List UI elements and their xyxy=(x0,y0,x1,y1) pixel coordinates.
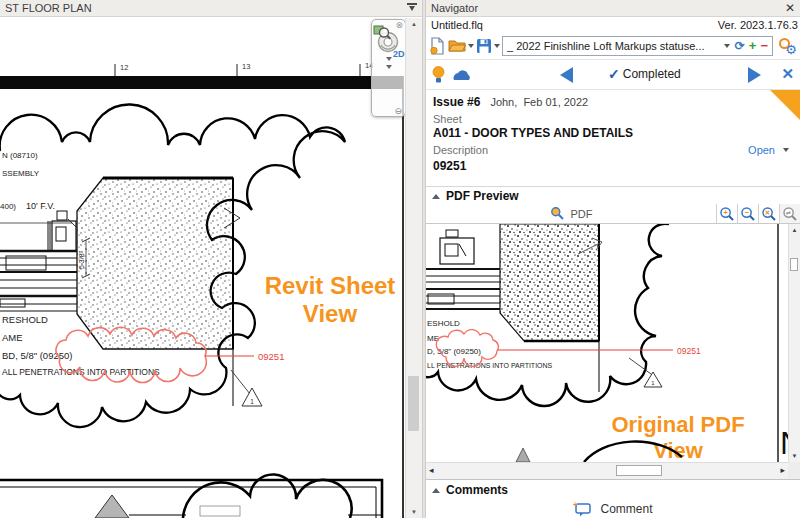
pdf-note-threshold: ESHOLD xyxy=(427,319,460,328)
status-open-link[interactable]: Open xyxy=(748,144,775,156)
view-menu-icon[interactable] xyxy=(407,3,417,14)
note-vert-dim: 5 3/8" xyxy=(78,250,85,269)
add-icon[interactable]: + xyxy=(749,38,757,53)
markup-id[interactable]: 09251 xyxy=(258,351,284,362)
wheel-dropdown-icon[interactable] xyxy=(386,57,392,64)
comments-header[interactable]: Comments xyxy=(426,479,800,500)
pdf-search-box[interactable]: PDF xyxy=(426,204,717,223)
left-pane-title: ST FLOOR PLAN xyxy=(5,2,92,14)
refresh-icon[interactable]: ⟳ xyxy=(735,39,745,53)
navigator-close-icon[interactable]: ✕ xyxy=(785,2,795,14)
status-dropdown-icon[interactable] xyxy=(783,148,789,155)
navigation-bar[interactable]: ⊗ 2D ⊖ xyxy=(371,19,406,117)
file-name: Untitled.flq xyxy=(431,19,483,31)
revit-drawing: 12 13 14 xyxy=(0,18,406,518)
combo-dropdown-icon[interactable] xyxy=(724,44,730,51)
note-gyp: BD, 5/8" (09250) xyxy=(2,350,72,361)
check-icon: ✓ xyxy=(608,66,620,82)
markup-set-value: _ 2022 Finishline Loft Markups statuse..… xyxy=(507,40,724,52)
pdf-preview-title: PDF Preview xyxy=(446,189,519,203)
overlay-label-revit-2: View xyxy=(303,300,358,327)
pdf-note-penetrations: LL PENETRATIONS INTO PARTITIONS xyxy=(427,362,553,369)
zoom-region-icon[interactable] xyxy=(372,22,392,42)
settings-gear-icon[interactable]: ⚙ xyxy=(778,37,797,55)
tick-label-13: 13 xyxy=(242,62,250,71)
issue-corner-flag xyxy=(770,90,800,120)
comment-button-label[interactable]: Comment xyxy=(600,502,652,516)
cloud-icon[interactable] xyxy=(452,69,471,81)
scroll-up-icon[interactable]: ▲ xyxy=(406,21,422,27)
lightbulb-icon[interactable] xyxy=(432,66,445,84)
save-icon[interactable] xyxy=(476,38,492,54)
zoom-out-button[interactable]: − xyxy=(738,204,759,223)
pdf-canvas[interactable]: ESHOLD ME D, 5/8" (09250) LL PENETRATION… xyxy=(426,224,788,462)
search-icon xyxy=(550,206,565,221)
tick-label-12: 12 xyxy=(120,63,128,72)
zoom-in-button[interactable]: + xyxy=(717,204,738,223)
previous-issue-button[interactable] xyxy=(560,67,573,83)
pdf-markup-id[interactable]: 09251 xyxy=(677,346,701,356)
status-row: ✓ Completed ✕ xyxy=(426,60,800,90)
pdf-vscrollbar[interactable]: ▲ ▼ xyxy=(788,224,800,462)
markup-set-combo[interactable]: _ 2022 Finishline Loft Markups statuse..… xyxy=(502,36,773,56)
zoom-100-button[interactable]: ⇄ xyxy=(780,204,800,223)
comment-bubble-icon[interactable]: + xyxy=(573,501,592,517)
ruler-ticks xyxy=(115,64,360,76)
navigator-toolbar: _ 2022 Finishline Loft Markups statuse..… xyxy=(426,32,800,60)
zoom-in-glyph: + xyxy=(723,208,728,217)
collapse-comments-icon[interactable] xyxy=(432,484,440,493)
issue-id: Issue #6 xyxy=(433,95,480,109)
description-value: 09251 xyxy=(433,159,793,173)
pdf-hscrollbar[interactable]: ◂ ▸ xyxy=(426,462,788,479)
pdf-search-label: PDF xyxy=(571,208,593,220)
note-spec: N (08710) xyxy=(2,151,38,160)
revit-drawing-canvas[interactable]: 12 13 14 xyxy=(0,18,422,518)
file-row: Untitled.flq Ver. 2023.1.76.3 xyxy=(426,17,800,32)
revision-tag-number: 1 xyxy=(250,398,254,405)
pdf-floor-assembly xyxy=(426,230,500,309)
left-pane-titlebar: ST FLOOR PLAN xyxy=(0,0,422,17)
pdf-scroll-left-icon[interactable]: ◂ xyxy=(429,465,434,475)
revit-sheet-pane: ST FLOOR PLAN 12 13 14 xyxy=(0,0,422,518)
note-fv: 10' F.V. xyxy=(26,201,55,211)
pdf-note-gyp: D, 5/8" (09250) xyxy=(427,347,481,356)
note-threshold: RESHOLD xyxy=(2,314,48,325)
issue-card: Issue #6 John, Feb 01, 2022 Sheet A011 -… xyxy=(426,90,800,186)
pdf-scroll-right-icon[interactable]: ▸ xyxy=(780,465,785,475)
pdf-viewport: ESHOLD ME D, 5/8" (09250) LL PENETRATION… xyxy=(426,224,800,479)
left-vscroll-thumb[interactable] xyxy=(408,376,419,431)
comment-row: + Comment xyxy=(426,500,800,518)
pdf-scroll-down-icon[interactable]: ▼ xyxy=(789,453,800,459)
remove-icon[interactable]: − xyxy=(760,38,768,53)
left-pane-vscrollbar[interactable]: ▲ ▼ xyxy=(405,18,422,518)
new-file-icon[interactable] xyxy=(429,37,446,55)
navbar-close-icon[interactable]: ⊗ xyxy=(395,20,403,30)
next-issue-button[interactable] xyxy=(748,67,761,83)
collapse-pdf-icon[interactable] xyxy=(432,190,440,199)
navigator-title: Navigator xyxy=(431,2,478,14)
pdf-concrete-block xyxy=(500,224,599,341)
version-label: Ver. 2023.1.76.3 xyxy=(718,19,798,31)
save-dropdown-icon[interactable] xyxy=(494,44,500,51)
pdf-hscroll-thumb[interactable] xyxy=(616,465,662,476)
status-label: Completed xyxy=(623,67,681,81)
sheet-label: Sheet xyxy=(433,113,793,125)
close-issue-icon[interactable]: ✕ xyxy=(781,66,794,81)
pdf-preview-header[interactable]: PDF Preview xyxy=(426,186,800,204)
zoom-100-glyph: ⇄ xyxy=(786,209,791,215)
navigator-panel: Navigator ✕ Untitled.flq Ver. 2023.1.76.… xyxy=(426,0,800,518)
scroll-corner xyxy=(788,462,800,479)
pdf-drawing: ESHOLD ME D, 5/8" (09250) LL PENETRATION… xyxy=(426,224,788,462)
app-window: ST FLOOR PLAN 12 13 14 xyxy=(0,0,800,518)
zoom-fit-button[interactable]: ✕ xyxy=(759,204,780,223)
open-folder-icon[interactable] xyxy=(448,38,466,53)
pdf-scroll-up-icon[interactable]: ▲ xyxy=(789,227,800,233)
note-assembly: SSEMBLY xyxy=(2,169,40,178)
navbar-pin-icon[interactable]: ⊖ xyxy=(394,106,402,116)
pdf-vscroll-thumb[interactable] xyxy=(790,258,798,271)
zoom-fit-glyph: ✕ xyxy=(765,209,770,216)
open-dropdown-icon[interactable] xyxy=(468,44,474,51)
zoom-dropdown-icon[interactable] xyxy=(386,65,392,72)
comment-plus-glyph: + xyxy=(573,501,577,508)
scroll-down-icon[interactable]: ▼ xyxy=(406,509,422,515)
